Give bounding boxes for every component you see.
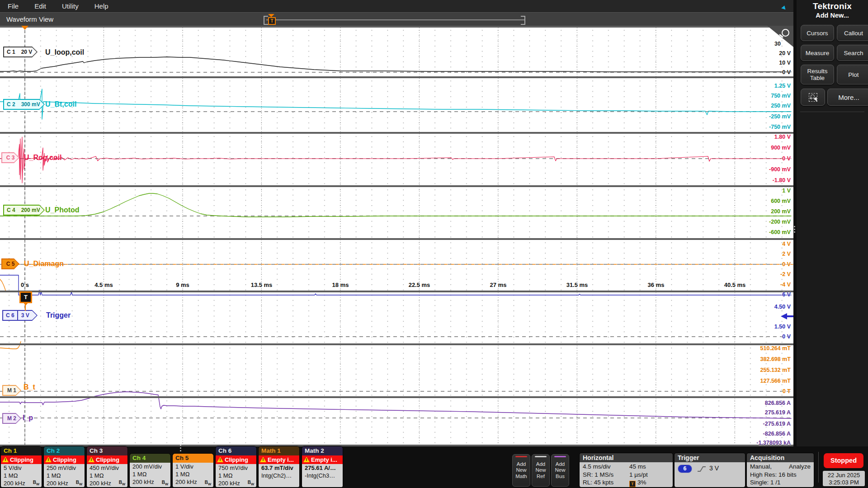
- trigger-flag-tail-icon: [23, 302, 29, 305]
- channel-card-ch5[interactable]: Ch 51 V/div1 MΩ200 kHzBW: [173, 454, 213, 487]
- channel-card-ch1[interactable]: Ch 1Clipping5 V/div1 MΩ200 kHzBW: [1, 446, 42, 487]
- channel-badge-id: C 4: [4, 207, 18, 213]
- add-new-bus-button[interactable]: AddNewBus: [551, 454, 569, 487]
- channel-badge-c3[interactable]: C 3: [1, 152, 19, 163]
- menu-bar: FileEditUtilityHelp: [0, 0, 793, 12]
- acquisition-row: High Res: 16 bits: [750, 471, 811, 479]
- card-header: Ch 1: [1, 446, 42, 455]
- trace-c4-u-photod: [0, 193, 791, 217]
- channel-badge-c1[interactable]: C 120 V: [3, 47, 38, 57]
- channel-label-i-p[interactable]: I_p: [23, 414, 33, 422]
- channel-badge-id: M 1: [5, 387, 19, 394]
- card-setting-row: 250 mV/div: [47, 465, 85, 472]
- channel-badge-m1[interactable]: M 1: [2, 385, 21, 396]
- horizontal-cell: 4.5 ms/div: [583, 463, 629, 471]
- menu-item-edit[interactable]: Edit: [34, 2, 46, 10]
- add-new-math-button[interactable]: AddNewMath: [512, 454, 530, 487]
- tektronix-logo: Tektronix: [797, 1, 868, 11]
- time-label: 3:25:03 PM: [823, 479, 865, 486]
- channel-card-ch4[interactable]: Ch 4200 mV/div1 MΩ200 kHzBW: [130, 454, 170, 487]
- panel-button-search[interactable]: Search: [837, 45, 868, 61]
- channel-badge-c5[interactable]: C 5: [1, 258, 19, 269]
- panel-button-cursors[interactable]: Cursors: [801, 25, 834, 41]
- channel-label-u-rog-coil[interactable]: U_Rog,coil: [24, 154, 62, 162]
- card-alert-text: Clipping: [96, 456, 119, 463]
- record-trigger-marker[interactable]: T: [268, 17, 276, 25]
- card-setting-row: 1 MΩ: [90, 472, 127, 480]
- channel-card-ch6[interactable]: Ch 6Clipping750 mV/div1 MΩ200 kHzBW: [216, 446, 256, 487]
- trigger-level-arrow[interactable]: [781, 313, 793, 319]
- bandwidth-limit-icon: BW: [162, 480, 168, 486]
- channel-card-math1[interactable]: Math 1Empty i...63.7 mT/divIntg(Ch2)…: [259, 446, 299, 487]
- bar-splitter-handle[interactable]: [180, 443, 182, 453]
- panel-button-plot[interactable]: Plot: [837, 65, 868, 84]
- channel-label-u-diamagn[interactable]: U_Diamagn: [24, 260, 64, 268]
- card-alert-text: Clipping: [10, 456, 33, 463]
- channel-label-trigger[interactable]: Trigger: [46, 311, 71, 319]
- horizontal-cell: T3%: [629, 479, 646, 487]
- time-axis-label: 13.5 ms: [251, 281, 273, 289]
- scale-tick-label: 1 V: [782, 187, 791, 194]
- channel-badge-scale: 200 mV: [18, 207, 46, 213]
- channel-badge-c6[interactable]: C 63 V: [2, 310, 38, 321]
- acquisition-panel[interactable]: AcquisitionManual,AnalyzeHigh Res: 16 bi…: [747, 453, 814, 487]
- channel-label-u-loop-coil[interactable]: U_loop,coil: [45, 48, 84, 56]
- date-time-box[interactable]: 22 Jun 2025 3:25:03 PM: [823, 471, 865, 486]
- run-stop-button[interactable]: Stopped: [824, 453, 863, 468]
- menu-item-help[interactable]: Help: [94, 2, 108, 10]
- time-axis-label: 40.5 ms: [724, 281, 746, 289]
- card-body: 450 mV/div1 MΩ200 kHzBW: [87, 464, 127, 487]
- card-alert-text: Empty i...: [311, 456, 337, 463]
- trace-m1-b-t: [0, 342, 21, 349]
- panel-splitter-handle[interactable]: [794, 225, 796, 234]
- channel-label-b-t[interactable]: B_t: [24, 383, 35, 391]
- scale-tick-label: 382.698 mT: [760, 356, 791, 363]
- button-color-stripe: [535, 456, 547, 457]
- panel-button-results-table[interactable]: Results Table: [801, 65, 834, 84]
- acquisition-panel-body: Manual,AnalyzeHigh Res: 16 bitsSingle: 1…: [747, 462, 814, 487]
- channel-label-u-photod[interactable]: U_Photod: [45, 206, 80, 214]
- settings-bar: Stopped 22 Jun 2025 3:25:03 PM Ch 1Clipp…: [0, 446, 868, 488]
- oscilloscope-screen: FileEditUtilityHelp Waveform View T 3020…: [0, 0, 868, 488]
- scale-tick-label: 900 mV: [771, 144, 791, 151]
- panel-button-measure[interactable]: Measure: [801, 45, 834, 61]
- trigger-panel-title: Trigger: [675, 453, 745, 462]
- card-header: Ch 3: [87, 446, 127, 455]
- channel-badge-m2[interactable]: M 2: [2, 413, 21, 424]
- card-setting-row: 1 MΩ: [47, 472, 85, 480]
- waveform-plot-area[interactable]: 3020 V10 V0 V1.25 V750 mV250 mV-250 mV-7…: [0, 26, 793, 446]
- bandwidth-limit-icon: BW: [205, 480, 211, 486]
- channel-label-u-bt-coil[interactable]: U_Bt,coil: [45, 100, 76, 108]
- acquisition-row: Manual,Analyze: [750, 463, 811, 471]
- trigger-settings-panel[interactable]: Trigger63 V: [675, 453, 745, 487]
- trace-c1-u-loop-coil: [0, 57, 791, 72]
- add-new-ref-button[interactable]: AddNewRef: [532, 454, 550, 487]
- more-button[interactable]: More...: [827, 89, 868, 106]
- button-color-stripe: [515, 456, 527, 457]
- waveform-view-tab[interactable]: Waveform View: [0, 12, 793, 26]
- card-body: 275.61 A/…-Intg(Ch3…: [302, 464, 343, 487]
- trigger-position-arrow-icon: [21, 26, 28, 30]
- acquisition-mode: Manual,: [750, 463, 772, 471]
- add-new-heading: Add New...: [797, 12, 868, 19]
- trace-c3-u-rog-coil: [0, 137, 791, 183]
- channel-card-ch3[interactable]: Ch 3Clipping450 mV/div1 MΩ200 kHzBW: [87, 446, 127, 487]
- channel-badge-c2[interactable]: C 2300 mV: [3, 99, 45, 110]
- card-alert-text: Clipping: [53, 456, 76, 463]
- horizontal-cell: 1 µs/pt: [629, 471, 648, 479]
- menu-item-utility[interactable]: Utility: [62, 2, 79, 10]
- scale-tick-label: -1.378093 kA: [756, 439, 791, 446]
- time-axis-label: 31.5 ms: [566, 281, 588, 289]
- channel-badge-id: M 2: [5, 415, 19, 422]
- channel-card-math2[interactable]: Math 2Empty i...275.61 A/…-Intg(Ch3…: [302, 446, 343, 487]
- channel-badge-scale: 300 mV: [18, 101, 46, 108]
- channel-badge-c4[interactable]: C 4200 mV: [3, 205, 45, 216]
- scale-tick-label: 250 mV: [771, 102, 791, 109]
- acquisition-row: Single: 1 /1: [750, 479, 811, 487]
- panel-button-callout[interactable]: Callout: [837, 25, 868, 41]
- zoom-selection-button[interactable]: [801, 89, 825, 106]
- date-label: 22 Jun 2025: [823, 472, 865, 479]
- channel-card-ch2[interactable]: Ch 2Clipping250 mV/div1 MΩ200 kHzBW: [44, 446, 85, 487]
- horizontal-panel[interactable]: Horizontal4.5 ms/div45 msSR: 1 MS/s1 µs/…: [580, 453, 673, 487]
- menu-item-file[interactable]: File: [8, 2, 19, 10]
